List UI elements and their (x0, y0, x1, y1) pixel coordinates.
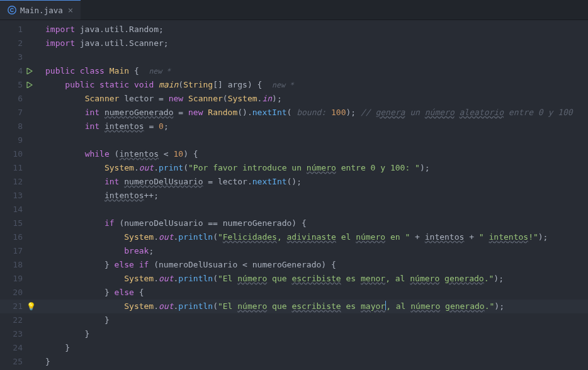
tab-bar: Main.java × (0, 0, 588, 20)
gutter-row[interactable]: 20 (0, 286, 39, 300)
gutter-row[interactable]: 7 (0, 106, 39, 120)
gutter-row[interactable]: 16 (0, 230, 39, 244)
code-line[interactable]: int numeroGenerado = new Random().nextIn… (39, 106, 588, 120)
line-number: 5 (9, 78, 23, 92)
gutter-row[interactable]: 12 (0, 175, 39, 189)
code-line[interactable]: } (39, 355, 588, 369)
line-number: 17 (9, 244, 23, 258)
tab-filename: Main.java (20, 6, 63, 15)
line-number: 12 (9, 175, 23, 189)
code-line[interactable]: } else if (numeroDelUsuario < numeroGene… (39, 258, 588, 272)
line-number: 10 (9, 147, 23, 161)
code-line[interactable]: } (39, 313, 588, 327)
gutter-row[interactable]: 21💡 (0, 300, 39, 313)
line-number: 11 (9, 161, 23, 175)
gutter-row[interactable]: 11 (0, 161, 39, 175)
line-number: 2 (9, 36, 23, 50)
lightbulb-icon[interactable]: 💡 (26, 300, 34, 313)
line-number: 3 (9, 50, 23, 64)
gutter-row[interactable]: 17 (0, 244, 39, 258)
gutter-row[interactable]: 1 (0, 23, 39, 36)
run-icon[interactable] (26, 68, 34, 74)
gutter-row[interactable]: 3 (0, 50, 39, 64)
code-line[interactable]: System.out.print("Por favor introduce un… (39, 161, 588, 175)
code-line[interactable] (39, 203, 588, 216)
gutter-row[interactable]: 18 (0, 258, 39, 272)
run-icon[interactable] (26, 82, 34, 88)
gutter-row[interactable]: 19 (0, 272, 39, 286)
code-line[interactable]: intentos++; (39, 189, 588, 203)
code-line[interactable]: while (intentos < 10) { (39, 147, 588, 161)
gutter-row[interactable]: 13 (0, 189, 39, 203)
gutter-row[interactable]: 9 (0, 133, 39, 147)
line-number: 1 (9, 23, 23, 36)
gutter: 123456789101112131415161718192021💡222324… (0, 23, 39, 370)
editor: 123456789101112131415161718192021💡222324… (0, 20, 588, 370)
code-line[interactable]: import java.util.Scanner; (39, 36, 588, 50)
gutter-row[interactable]: 4 (0, 64, 39, 78)
code-line[interactable]: int numeroDelUsuario = lector.nextInt(); (39, 175, 588, 189)
line-number: 4 (9, 64, 23, 78)
code-line[interactable] (39, 133, 588, 147)
code-line[interactable]: } (39, 327, 588, 341)
line-number: 22 (9, 313, 23, 327)
gutter-row[interactable]: 24 (0, 341, 39, 355)
line-number: 8 (9, 120, 23, 133)
line-number: 25 (9, 355, 23, 369)
gutter-row[interactable]: 10 (0, 147, 39, 161)
code-area[interactable]: import java.util.Random;import java.util… (39, 23, 588, 370)
gutter-row[interactable]: 2 (0, 36, 39, 50)
line-number: 7 (9, 106, 23, 120)
code-line[interactable] (39, 50, 588, 64)
line-number: 23 (9, 327, 23, 341)
svg-point-0 (8, 6, 16, 14)
line-number: 15 (9, 216, 23, 230)
line-number: 13 (9, 189, 23, 203)
code-line[interactable]: public class Main { new * (39, 64, 588, 78)
line-number: 16 (9, 230, 23, 244)
java-class-icon (8, 6, 16, 14)
line-number: 6 (9, 92, 23, 106)
gutter-row[interactable]: 22 (0, 313, 39, 327)
tab-main-java[interactable]: Main.java × (0, 0, 81, 20)
code-line[interactable]: } else { (39, 286, 588, 300)
code-line[interactable]: public static void main(String[] args) {… (39, 78, 588, 92)
gutter-row[interactable]: 8 (0, 120, 39, 133)
code-line[interactable]: int intentos = 0; (39, 120, 588, 133)
gutter-row[interactable]: 5 (0, 78, 39, 92)
code-line[interactable]: } (39, 341, 588, 355)
close-icon[interactable]: × (68, 5, 73, 15)
code-line[interactable]: System.out.println("Felicidades, adivina… (39, 230, 588, 244)
line-number: 20 (9, 286, 23, 300)
line-number: 19 (9, 272, 23, 286)
gutter-row[interactable]: 6 (0, 92, 39, 106)
gutter-row[interactable]: 25 (0, 355, 39, 369)
gutter-row[interactable]: 15 (0, 216, 39, 230)
line-number: 9 (9, 133, 23, 147)
line-number: 24 (9, 341, 23, 355)
code-line[interactable]: Scanner lector = new Scanner(System.in); (39, 92, 588, 106)
line-number: 21 (9, 300, 23, 313)
code-line[interactable]: System.out.println("El número que escrib… (39, 272, 588, 286)
gutter-row[interactable]: 23 (0, 327, 39, 341)
line-number: 14 (9, 203, 23, 216)
code-line[interactable]: System.out.println("El número que escrib… (39, 300, 588, 313)
code-line[interactable]: if (numeroDelUsuario == numeroGenerado) … (39, 216, 588, 230)
code-line[interactable]: break; (39, 244, 588, 258)
code-line[interactable]: import java.util.Random; (39, 23, 588, 36)
gutter-row[interactable]: 14 (0, 203, 39, 216)
line-number: 18 (9, 258, 23, 272)
